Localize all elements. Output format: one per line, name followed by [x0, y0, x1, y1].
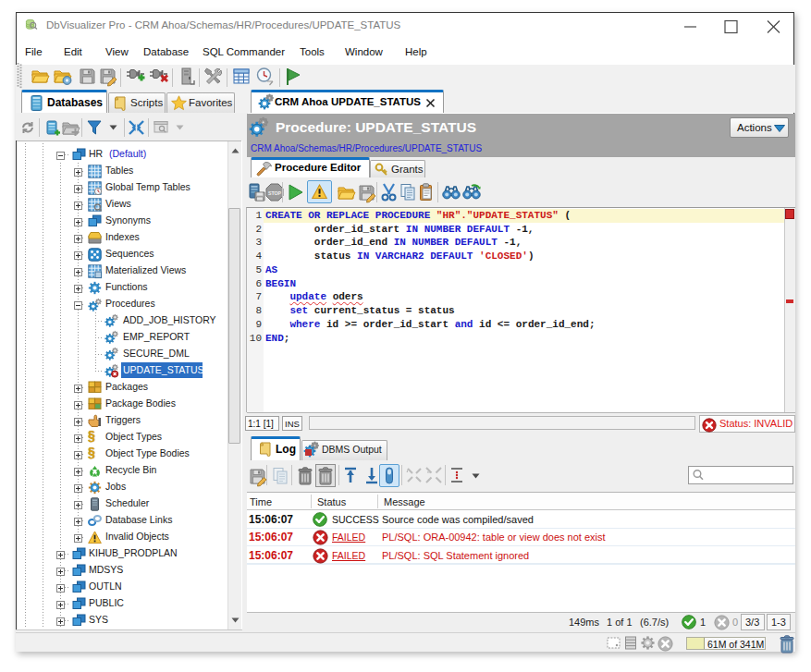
svg-text:STOP: STOP [268, 190, 282, 196]
